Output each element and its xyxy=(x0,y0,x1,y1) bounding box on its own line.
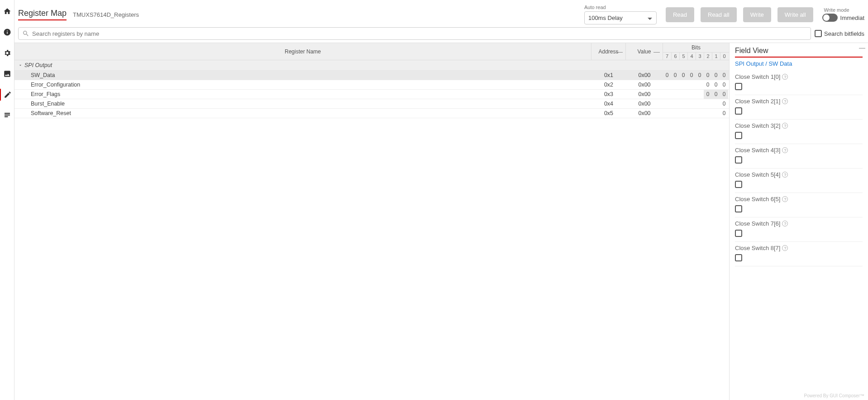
search-input[interactable] xyxy=(32,30,807,37)
bit-cell[interactable]: . xyxy=(696,80,704,89)
help-icon[interactable]: ? xyxy=(782,245,788,251)
search-wrap[interactable] xyxy=(18,27,811,40)
bit-cell[interactable]: . xyxy=(671,80,679,89)
bit-cell[interactable]: . xyxy=(704,109,712,118)
read-button[interactable]: Read xyxy=(666,7,694,22)
bit-cell[interactable]: 0 xyxy=(704,90,712,99)
field-checkbox[interactable] xyxy=(735,254,742,261)
bit-cell[interactable]: . xyxy=(687,80,696,89)
bit-cell[interactable]: . xyxy=(663,109,671,118)
field-checkbox[interactable] xyxy=(735,132,742,139)
bit-cell[interactable]: . xyxy=(704,99,712,108)
bit-cell[interactable]: 0 xyxy=(687,71,696,80)
bit-cell[interactable]: . xyxy=(687,99,696,108)
bit-cell[interactable]: . xyxy=(712,109,720,118)
sidebar-item-notes[interactable] xyxy=(0,110,14,121)
chevron-down-icon xyxy=(18,63,23,67)
bit-cell[interactable]: 0 xyxy=(712,90,720,99)
bit-cell[interactable]: . xyxy=(696,99,704,108)
page-title: Register Map xyxy=(18,9,67,20)
table-body: SPI Output SW_Data0x10x0000000000Error_C… xyxy=(14,60,729,400)
bit-cell[interactable]: 0 xyxy=(720,109,728,118)
auto-read-select[interactable]: 100ms Delay xyxy=(584,11,657,24)
field-label: Close Switch 1[0]? xyxy=(735,73,863,80)
bit-cell[interactable]: 0 xyxy=(720,71,728,80)
register-value[interactable]: 0x00 xyxy=(626,80,663,89)
register-value[interactable]: 0x00 xyxy=(626,71,663,80)
search-icon xyxy=(22,30,29,37)
bit-cell[interactable]: 0 xyxy=(696,71,704,80)
register-row[interactable]: Error_Flags0x30x00.....000 xyxy=(14,90,729,99)
bit-cell[interactable]: 0 xyxy=(704,71,712,80)
th-register-name[interactable]: Register Name xyxy=(14,43,591,60)
write-mode-toggle[interactable] xyxy=(822,14,838,22)
bit-cell[interactable]: . xyxy=(679,80,687,89)
search-bitfields-check[interactable]: Search bitfields xyxy=(815,30,864,37)
register-address: 0x5 xyxy=(591,109,626,118)
register-row[interactable]: SW_Data0x10x0000000000 xyxy=(14,71,729,80)
help-icon[interactable]: ? xyxy=(782,172,788,178)
bit-cell[interactable]: . xyxy=(679,90,687,99)
bit-cell[interactable]: . xyxy=(663,99,671,108)
help-icon[interactable]: ? xyxy=(782,74,788,80)
bit-cell[interactable]: 0 xyxy=(663,71,671,80)
field-checkbox[interactable] xyxy=(735,83,742,90)
bit-cell[interactable]: . xyxy=(696,90,704,99)
bit-cell[interactable]: . xyxy=(687,90,696,99)
sidebar-item-image[interactable] xyxy=(0,68,14,80)
bit-cell[interactable]: 0 xyxy=(720,80,728,89)
register-value[interactable]: 0x00 xyxy=(626,109,663,118)
register-address: 0x1 xyxy=(591,71,626,80)
register-value[interactable]: 0x00 xyxy=(626,99,663,108)
bit-cell[interactable]: . xyxy=(671,90,679,99)
bit-cell[interactable]: 0 xyxy=(679,71,687,80)
bit-cell[interactable]: 0 xyxy=(712,71,720,80)
help-icon[interactable]: ? xyxy=(782,147,788,153)
register-value[interactable]: 0x00 xyxy=(626,90,663,99)
help-icon[interactable]: ? xyxy=(782,123,788,129)
bit-cell[interactable]: . xyxy=(696,109,704,118)
bit-cell[interactable]: 0 xyxy=(671,71,679,80)
bit-header-5: 5 xyxy=(679,53,687,60)
help-icon[interactable]: ? xyxy=(782,98,788,104)
group-row-spi-output[interactable]: SPI Output xyxy=(14,60,729,71)
home-icon xyxy=(3,7,11,15)
table-header: Register Name Address— Value— Bits— 7654… xyxy=(14,43,729,60)
help-icon[interactable]: ? xyxy=(782,196,788,202)
bit-header-4: 4 xyxy=(687,53,696,60)
bit-cell[interactable]: . xyxy=(712,99,720,108)
register-row[interactable]: Error_Configuration0x20x00.....000 xyxy=(14,80,729,90)
register-row[interactable]: Burst_Enable0x40x00.......0 xyxy=(14,99,729,109)
bit-cell[interactable]: . xyxy=(679,109,687,118)
help-icon[interactable]: ? xyxy=(782,221,788,227)
bit-cell[interactable]: . xyxy=(671,109,679,118)
read-all-button[interactable]: Read all xyxy=(701,7,737,22)
sidebar-item-info[interactable] xyxy=(0,26,14,38)
field-checkbox[interactable] xyxy=(735,230,742,237)
sidebar-item-settings[interactable] xyxy=(0,47,14,59)
bit-cell[interactable]: . xyxy=(679,99,687,108)
bit-cell[interactable]: 0 xyxy=(704,80,712,89)
field-checkbox[interactable] xyxy=(735,156,742,164)
bit-cell[interactable]: 0 xyxy=(720,90,728,99)
field-checkbox[interactable] xyxy=(735,181,742,188)
field-checkbox[interactable] xyxy=(735,205,742,212)
bit-cell[interactable]: 0 xyxy=(720,99,728,108)
group-label: SPI Output xyxy=(24,62,52,68)
bit-cell[interactable]: . xyxy=(663,80,671,89)
field-checkbox[interactable] xyxy=(735,107,742,115)
sidebar-item-edit[interactable] xyxy=(0,89,14,101)
bit-cell[interactable]: . xyxy=(687,109,696,118)
search-row: Search bitfields xyxy=(14,27,868,43)
register-row[interactable]: Software_Reset0x50x00.......0 xyxy=(14,109,729,118)
sidebar-item-home[interactable] xyxy=(0,5,14,17)
field-item: Close Switch 6[5]? xyxy=(735,193,863,217)
header: Register Map TMUXS7614D_Registers Auto r… xyxy=(14,0,868,27)
th-value[interactable]: Value— xyxy=(626,43,663,60)
th-address[interactable]: Address— xyxy=(591,43,626,60)
bit-cell[interactable]: . xyxy=(671,99,679,108)
write-all-button[interactable]: Write all xyxy=(777,7,813,22)
bit-cell[interactable]: . xyxy=(663,90,671,99)
write-button[interactable]: Write xyxy=(743,7,771,22)
bit-cell[interactable]: 0 xyxy=(712,80,720,89)
